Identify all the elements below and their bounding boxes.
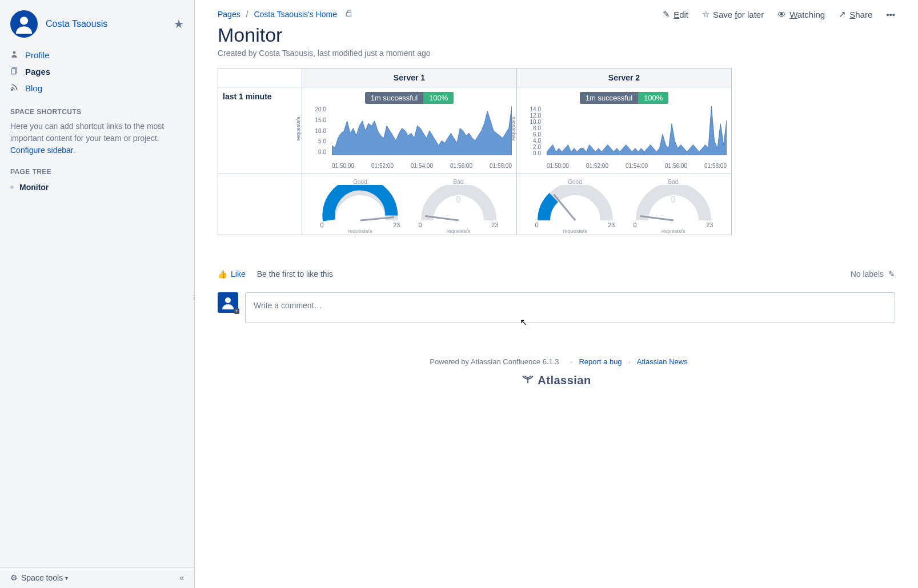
svg-point-10 [225,297,231,303]
atlassian-logo: Atlassian [218,374,895,387]
space-name-link[interactable]: Costa Tsaousis [46,19,107,29]
row-label: last 1 minute [218,87,302,174]
status-badge: 1m successful100% [522,92,727,104]
column-header: Server 2 [517,69,732,87]
person-icon [10,50,19,60]
gauge-bad: Bad0023requests/s [628,179,719,230]
footer-report-bug[interactable]: Report a bug [579,357,622,366]
space-header: Costa Tsaousis ★ [10,10,184,38]
gear-icon: ⚙ [10,573,18,582]
tree-item[interactable]: Monitor [10,180,184,194]
monitor-table: Server 1Server 2 last 1 minute1m success… [218,68,732,235]
share-button[interactable]: ↗Share [839,9,872,19]
configure-sidebar-link[interactable]: Configure sidebar [10,146,73,155]
star-outline-icon: ☆ [702,9,709,19]
save-for-later-button[interactable]: ☆Save for later [702,9,764,19]
watching-button[interactable]: 👁Watching [777,10,825,19]
chevron-down-icon: ▾ [65,575,68,581]
pencil-icon: ✎ [663,9,670,19]
gauge-bad: Bad0023requests/s [413,179,504,230]
page-meta: Created by Costa Tsaousis, last modified… [218,49,895,58]
page-tree-heading: PAGE TREE [10,168,184,176]
eye-icon: 👁 [777,10,786,19]
sidebar-nav: ProfilePagesBlog [10,47,184,96]
svg-point-1 [13,51,16,54]
page-title: Monitor [218,24,895,46]
page-actions: ✎Edit ☆Save for later 👁Watching ↗Share •… [663,9,895,19]
breadcrumb-page[interactable]: Costa Tsaousis's Home [254,10,337,19]
edit-labels-icon[interactable]: ✎ [888,269,895,279]
svg-point-0 [20,17,28,25]
space-tools-link[interactable]: Space tools [21,573,63,582]
sidebar-item-pages[interactable]: Pages [10,63,184,80]
svg-point-4 [11,89,13,90]
like-prompt: Be the first to like this [257,269,333,279]
footer-news[interactable]: Atlassian News [637,357,688,366]
shortcuts-heading: SPACE SHORTCUTS [10,108,184,116]
thumbs-up-icon: 👍 [218,269,227,279]
star-icon[interactable]: ★ [174,17,184,31]
sidebar-drag-handle[interactable]: ⋮ [190,294,197,301]
area-chart: requests/s20.015.010.05.00.001:50:0001:5… [307,106,512,169]
main-content: Pages / Costa Tsaousis's Home ✎Edit ☆Sav… [195,0,918,588]
like-row: 👍 Like Be the first to like this No labe… [218,269,895,279]
breadcrumb-root[interactable]: Pages [218,10,240,19]
edit-button[interactable]: ✎Edit [663,9,688,19]
labels-text: No labels [851,269,884,279]
footer: Powered by Atlassian Confluence 6.1.3 · … [218,357,895,387]
gauge-good: Good22023requests/s [315,179,406,230]
like-button[interactable]: 👍 Like [218,269,246,279]
collapse-sidebar-icon[interactable]: « [179,573,184,582]
comment-input[interactable]: Write a comment… [245,292,895,323]
svg-rect-3 [11,69,15,74]
atlassian-icon [522,374,534,387]
sidebar-footer: ⚙ Space tools ▾ « [0,567,194,588]
status-badge: 1m successful100% [307,92,512,104]
area-chart: requests/s14.012.010.08.06.04.02.00.001:… [522,106,727,169]
unlock-icon[interactable] [345,9,353,19]
add-icon: + [234,308,239,314]
footer-powered: Powered by Atlassian Confluence 6.1.3 [430,357,559,366]
sidebar-item-blog[interactable]: Blog [10,80,184,96]
share-icon: ↗ [839,9,846,19]
sidebar: Costa Tsaousis ★ ProfilePagesBlog SPACE … [0,0,195,588]
page-tree: Monitor [10,180,184,194]
pages-icon [10,67,19,76]
shortcuts-hint: Here you can add shortcut links to the m… [10,120,184,156]
sidebar-item-profile[interactable]: Profile [10,47,184,63]
gauge-good: Good6023requests/s [530,179,621,230]
more-actions-icon[interactable]: ••• [886,10,895,19]
comment-row: + Write a comment… [218,292,895,323]
space-avatar-icon [10,10,38,38]
comment-avatar-icon: + [218,292,238,313]
rss-icon [10,83,19,93]
column-header: Server 1 [302,69,517,87]
svg-rect-5 [346,13,351,16]
breadcrumb: Pages / Costa Tsaousis's Home [218,9,353,19]
